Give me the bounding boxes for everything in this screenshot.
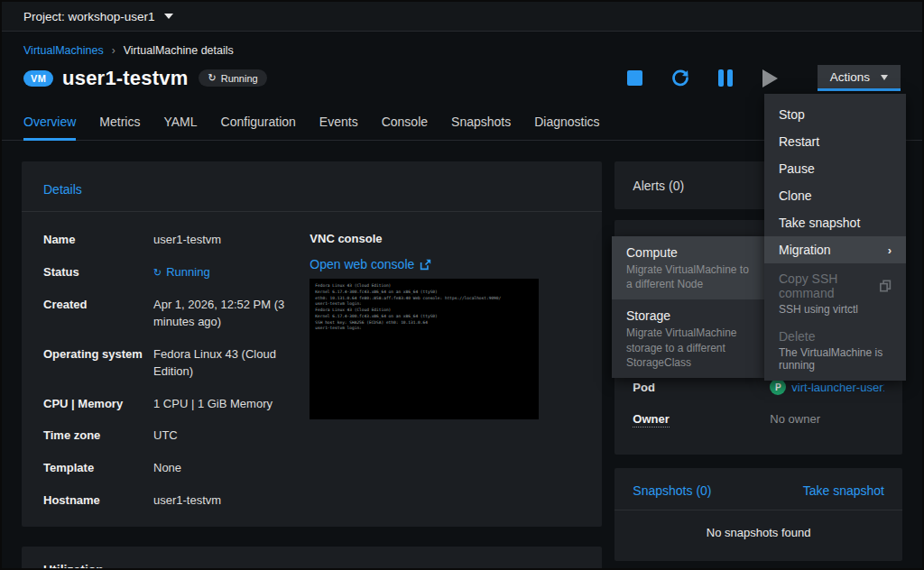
details-list: Name user1-testvm Status ↻ Running Creat… bbox=[43, 232, 310, 510]
breadcrumb-virtualmachines-link[interactable]: VirtualMachines bbox=[23, 44, 104, 57]
vnc-console-preview[interactable]: Fedora Linux 43 (Cloud Edition) Kernel 6… bbox=[310, 279, 539, 419]
restart-button[interactable] bbox=[670, 68, 691, 89]
tab-metrics[interactable]: Metrics bbox=[99, 106, 140, 140]
vm-details-page: Project: workshop-user1 VirtualMachines … bbox=[0, 0, 924, 570]
play-icon bbox=[762, 69, 778, 87]
menu-item-clone[interactable]: Clone bbox=[764, 182, 906, 209]
breadcrumb-separator-icon: › bbox=[112, 44, 116, 57]
menu-item-take-snapshot[interactable]: Take snapshot bbox=[764, 209, 906, 236]
menu-item-stop[interactable]: Stop bbox=[764, 101, 906, 128]
details-title-link[interactable]: Details bbox=[43, 182, 82, 197]
chevron-down-icon bbox=[881, 75, 888, 80]
general-value-owner: No owner bbox=[770, 410, 884, 428]
tab-events[interactable]: Events bbox=[319, 106, 358, 140]
alerts-label: Alerts (0) bbox=[633, 179, 684, 193]
tab-snapshots[interactable]: Snapshots bbox=[451, 106, 511, 140]
status-badge[interactable]: ↻ Running bbox=[199, 69, 266, 87]
project-dropdown-label: Project: workshop-user1 bbox=[23, 10, 155, 23]
detail-value-template: None bbox=[153, 460, 310, 477]
menu-item-migration[interactable]: Migration › bbox=[764, 236, 906, 263]
detail-label: Template bbox=[43, 460, 153, 477]
breadcrumb-current: VirtualMachine details bbox=[124, 44, 234, 57]
snapshots-card: Snapshots (0) Take snapshot No snapshots… bbox=[614, 468, 902, 561]
sync-icon: ↻ bbox=[208, 72, 216, 84]
tab-configuration[interactable]: Configuration bbox=[221, 106, 296, 140]
open-web-console-link[interactable]: Open web console bbox=[310, 257, 580, 271]
detail-label: CPU | Memory bbox=[43, 396, 153, 413]
play-button[interactable] bbox=[760, 68, 781, 89]
tab-console[interactable]: Console bbox=[382, 106, 428, 140]
actions-menu: Stop Restart Pause Clone Take snapshot M… bbox=[764, 94, 906, 381]
menu-item-delete[interactable]: Delete The VirtualMachine is running bbox=[764, 321, 906, 377]
restart-icon bbox=[670, 69, 689, 87]
owner-help-label[interactable]: Owner bbox=[633, 412, 669, 428]
delete-label: Delete bbox=[779, 329, 815, 344]
copy-ssh-label: Copy SSH command bbox=[779, 271, 874, 300]
chevron-right-icon: › bbox=[888, 244, 892, 257]
general-label: Owner bbox=[633, 410, 770, 428]
open-web-console-label: Open web console bbox=[310, 257, 414, 271]
detail-value-name: user1-testvm bbox=[153, 232, 310, 249]
stop-button[interactable] bbox=[624, 68, 646, 89]
detail-label: Created bbox=[43, 297, 153, 331]
submenu-item-storage[interactable]: Storage Migrate VirtualMachine storage t… bbox=[612, 299, 765, 378]
detail-value-hostname: user1-testvm bbox=[153, 492, 310, 510]
left-column: Details Name user1-testvm Status ↻ Runni… bbox=[22, 161, 602, 570]
storage-description: Migrate VirtualMachine storage to a diff… bbox=[626, 326, 751, 370]
detail-value-created: Apr 1, 2026, 12:52 PM (3 minutes ago) bbox=[153, 297, 310, 331]
tab-yaml[interactable]: YAML bbox=[163, 106, 197, 140]
snapshots-empty-state: No snapshots found bbox=[614, 510, 902, 539]
stop-icon bbox=[627, 70, 642, 86]
pause-icon bbox=[718, 69, 733, 87]
title-row: VM user1-testvm ↻ Running Actions bbox=[23, 65, 901, 91]
detail-label: Status bbox=[43, 264, 153, 281]
page-title: user1-testvm bbox=[62, 67, 188, 90]
detail-value-cpu-memory: 1 CPU | 1 GiB Memory bbox=[153, 396, 310, 413]
utilization-card: Utilization bbox=[22, 547, 602, 570]
pod-kind-badge: P bbox=[770, 379, 786, 395]
project-dropdown[interactable]: Project: workshop-user1 bbox=[23, 10, 173, 23]
pod-link[interactable]: virt-launcher-user1-... bbox=[791, 379, 884, 397]
sync-icon: ↻ bbox=[153, 266, 162, 280]
details-card-header: Details bbox=[22, 161, 602, 212]
migration-submenu: Compute Migrate VirtualMachine to a diff… bbox=[612, 236, 765, 378]
vnc-console-title: VNC console bbox=[310, 232, 580, 245]
vnc-console-section: VNC console Open web console Fedora Linu… bbox=[310, 232, 580, 510]
tab-diagnostics[interactable]: Diagnostics bbox=[534, 106, 599, 140]
tab-overview[interactable]: Overview bbox=[23, 106, 76, 140]
snapshots-card-header: Snapshots (0) Take snapshot bbox=[614, 468, 902, 510]
menu-item-copy-ssh-command[interactable]: Copy SSH command SSH using virtctl bbox=[764, 263, 906, 321]
detail-label: Name bbox=[43, 232, 153, 249]
compute-label: Compute bbox=[626, 245, 751, 260]
actions-dropdown-label: Actions bbox=[830, 70, 870, 84]
take-snapshot-link[interactable]: Take snapshot bbox=[803, 483, 884, 498]
details-body: Name user1-testvm Status ↻ Running Creat… bbox=[22, 212, 602, 529]
detail-label: Hostname bbox=[43, 492, 153, 510]
storage-label: Storage bbox=[626, 308, 751, 323]
vm-kind-badge: VM bbox=[23, 70, 53, 87]
menu-item-migration-label: Migration bbox=[779, 243, 831, 257]
detail-value-timezone: UTC bbox=[153, 428, 310, 445]
delete-description: The VirtualMachine is running bbox=[779, 346, 892, 372]
details-card: Details Name user1-testvm Status ↻ Runni… bbox=[22, 161, 602, 527]
chevron-down-icon bbox=[164, 14, 173, 19]
status-running-link[interactable]: ↻ Running bbox=[153, 264, 210, 281]
detail-value-status: ↻ Running bbox=[153, 264, 310, 281]
status-running-label: Running bbox=[166, 264, 209, 281]
masthead: Project: workshop-user1 bbox=[2, 2, 922, 32]
actions-dropdown-button[interactable]: Actions bbox=[818, 65, 901, 91]
copy-ssh-description: SSH using virtctl bbox=[779, 303, 892, 316]
detail-value-os: Fedora Linux 43 (Cloud Edition) bbox=[153, 346, 310, 381]
status-badge-label: Running bbox=[221, 73, 258, 84]
menu-item-pause[interactable]: Pause bbox=[764, 155, 906, 182]
external-link-icon bbox=[420, 259, 431, 271]
detail-label: Time zone bbox=[43, 428, 153, 445]
submenu-item-compute[interactable]: Compute Migrate VirtualMachine to a diff… bbox=[612, 236, 765, 299]
menu-item-restart[interactable]: Restart bbox=[764, 128, 906, 155]
detail-label: Operating system bbox=[43, 346, 153, 381]
pause-button[interactable] bbox=[715, 68, 736, 89]
general-label: Pod bbox=[633, 379, 770, 397]
page-header: VirtualMachines › VirtualMachine details… bbox=[2, 32, 922, 91]
snapshots-title-link[interactable]: Snapshots (0) bbox=[633, 483, 711, 498]
copy-icon bbox=[880, 280, 892, 292]
